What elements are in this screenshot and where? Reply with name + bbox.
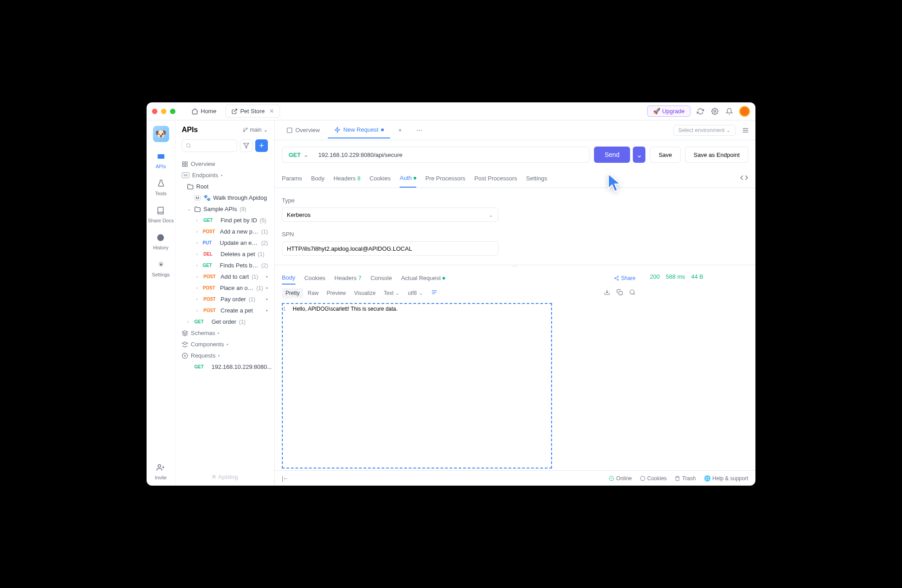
- resp-tab-actual[interactable]: Actual Request: [401, 272, 445, 284]
- close-tab-icon[interactable]: ✕: [269, 108, 274, 115]
- view-visualize[interactable]: Visualize: [350, 288, 379, 298]
- response-body[interactable]: 1 Hello, APIDOG\scarlett! This is secure…: [275, 301, 643, 470]
- notifications-icon[interactable]: [725, 107, 734, 116]
- send-dropdown[interactable]: ⌄: [633, 147, 645, 163]
- search-response-icon[interactable]: [629, 289, 635, 297]
- chevron-down-icon: ⌄: [419, 290, 423, 296]
- main-area: 🐶 APIs Tests Share Docs History Settings: [147, 120, 755, 486]
- collapse-sidebar-icon[interactable]: |←: [282, 475, 289, 482]
- spn-label: SPN: [282, 231, 748, 238]
- tree-root[interactable]: Root: [178, 181, 272, 192]
- tree-endpoint-item[interactable]: › POST Pay order (1) ●: [178, 294, 272, 305]
- close-window[interactable]: [152, 109, 157, 114]
- tree-endpoint-item[interactable]: › GET Finds Pets by st... (2): [178, 260, 272, 271]
- view-pretty[interactable]: Pretty: [282, 288, 303, 298]
- trash-icon: [675, 476, 680, 481]
- status-trash[interactable]: Trash: [675, 475, 695, 482]
- tree-overview[interactable]: Overview: [178, 158, 272, 170]
- tab-auth[interactable]: Auth: [400, 169, 416, 188]
- refresh-icon[interactable]: [696, 107, 705, 116]
- add-tab-button[interactable]: +: [392, 122, 408, 138]
- search-input[interactable]: [182, 139, 237, 152]
- rail-tests[interactable]: Tests: [155, 178, 167, 196]
- tree-get-order[interactable]: › GET Get order (1): [178, 316, 272, 327]
- tab-pre-processors[interactable]: Pre Processors: [425, 169, 465, 188]
- tree-request-item[interactable]: GET 192.168.10.229:8080...: [178, 361, 272, 372]
- add-button[interactable]: +: [255, 139, 268, 152]
- method-selector[interactable]: GET ⌄: [282, 152, 315, 158]
- tree-endpoint-item[interactable]: › GET Find pet by ID (5): [178, 215, 272, 226]
- status-cookies[interactable]: Cookies: [640, 475, 667, 482]
- save-button[interactable]: Save: [650, 147, 681, 163]
- tree-requests[interactable]: Requests ▸: [178, 350, 272, 361]
- upgrade-label: Upgrade: [662, 108, 685, 115]
- apidog-logo-icon: ✳: [212, 473, 216, 480]
- spn-input[interactable]: HTTP/ills7i8hyt2.apidog.local@APIDOG.LOC…: [282, 241, 498, 256]
- home-tab[interactable]: Home: [186, 105, 222, 117]
- tree-endpoint-item[interactable]: › POST Create a pet ●: [178, 305, 272, 316]
- rail-invite[interactable]: Invite: [155, 462, 166, 480]
- resp-tab-body[interactable]: Body: [282, 271, 295, 285]
- settings-icon[interactable]: [710, 107, 719, 116]
- more-tabs-button[interactable]: ⋯: [410, 122, 428, 138]
- tests-icon: [156, 178, 166, 189]
- tree-endpoint-item[interactable]: › PUT Update an existi... (2): [178, 237, 272, 248]
- tab-headers[interactable]: Headers 8: [333, 169, 360, 188]
- rail-sharedocs[interactable]: Share Docs: [148, 205, 174, 223]
- tab-post-processors[interactable]: Post Processors: [474, 169, 517, 188]
- external-icon: [231, 108, 238, 115]
- auth-type-select[interactable]: Kerberos ⌄: [282, 207, 498, 222]
- minimize-window[interactable]: [161, 109, 166, 114]
- response-stats: 200 588 ms 44 B: [643, 268, 755, 470]
- resp-tab-console[interactable]: Console: [370, 272, 392, 284]
- url-field[interactable]: 192.168.10.229:8080/api/secure: [315, 152, 589, 158]
- status-online[interactable]: Online: [609, 475, 632, 482]
- view-preview[interactable]: Preview: [323, 288, 350, 298]
- status-help[interactable]: 🌐 Help & support: [704, 475, 748, 482]
- project-logo[interactable]: 🐶: [153, 126, 169, 142]
- requests-icon: [182, 353, 188, 359]
- rail-history[interactable]: History: [153, 232, 168, 250]
- tree-endpoint-item[interactable]: › POST Add to cart (1) ●: [178, 271, 272, 282]
- tree-components[interactable]: Components ▸: [178, 339, 272, 350]
- tab-cookies[interactable]: Cookies: [369, 169, 391, 188]
- code-view-icon[interactable]: [740, 169, 748, 188]
- svg-rect-8: [185, 165, 187, 166]
- tree-endpoint-item[interactable]: › POST Place an order (1) ●: [178, 282, 272, 294]
- view-utf8[interactable]: utf8 ⌄: [404, 288, 426, 298]
- tab-new-request[interactable]: New Request: [328, 122, 390, 138]
- branch-selector[interactable]: main ⌄: [243, 127, 268, 133]
- view-wrap-icon[interactable]: [428, 287, 441, 299]
- tree-endpoint-item[interactable]: › POST Add a new pet t... (1): [178, 226, 272, 237]
- resp-tab-headers[interactable]: Headers 7: [335, 272, 362, 284]
- tab-params[interactable]: Params: [282, 169, 302, 188]
- tree-sample-apis[interactable]: ⌄ Sample APIs (9): [178, 203, 272, 215]
- rail-apis[interactable]: APIs: [156, 151, 166, 169]
- resp-tab-cookies[interactable]: Cookies: [304, 272, 326, 284]
- maximize-window[interactable]: [170, 109, 175, 114]
- user-avatar[interactable]: [739, 106, 750, 117]
- tree-schemas[interactable]: Schemas ▸: [178, 327, 272, 339]
- upgrade-button[interactable]: 🚀 Upgrade: [647, 106, 690, 117]
- svg-point-0: [714, 110, 716, 112]
- view-raw[interactable]: Raw: [304, 288, 322, 298]
- tab-overview[interactable]: Overview: [280, 122, 326, 138]
- tree-endpoints[interactable]: 96 Endpoints ▸: [178, 170, 272, 181]
- project-tab[interactable]: Pet Store ✕: [226, 105, 280, 118]
- environment-selector[interactable]: Select environment ⌄: [673, 125, 736, 136]
- tree-walkthrough[interactable]: M 🐾 Walk through Apidog: [178, 192, 272, 203]
- filter-button[interactable]: [240, 139, 253, 152]
- view-text[interactable]: Text ⌄: [380, 288, 403, 298]
- tree-endpoint-item[interactable]: › DEL Deletes a pet (1): [178, 248, 272, 260]
- send-button[interactable]: Send: [594, 147, 630, 163]
- save-as-endpoint-button[interactable]: Save as Endpoint: [685, 147, 748, 163]
- panel-toggle-icon[interactable]: [741, 126, 750, 135]
- copy-icon[interactable]: [617, 289, 623, 297]
- markdown-icon: M: [194, 195, 201, 201]
- tab-body[interactable]: Body: [311, 169, 325, 188]
- rail-settings[interactable]: Settings: [152, 259, 170, 277]
- download-icon[interactable]: [604, 289, 610, 297]
- share-button[interactable]: Share: [614, 275, 635, 281]
- auth-panel: Type Kerberos ⌄ SPN HTTP/ills7i8hyt2.api…: [275, 188, 755, 265]
- tab-settings[interactable]: Settings: [526, 169, 548, 188]
